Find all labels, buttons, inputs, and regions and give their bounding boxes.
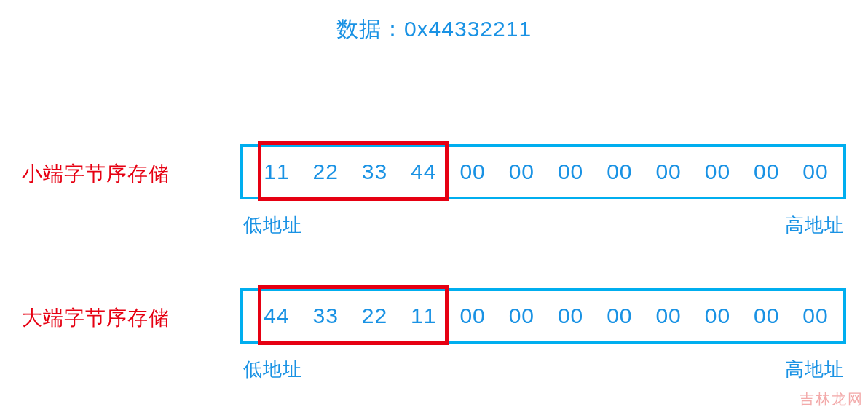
byte-cell: 33 [305, 304, 346, 328]
byte-cell: 11 [403, 304, 444, 328]
little-endian-memory-box: 11 22 33 44 00 00 00 00 00 00 00 00 [240, 144, 846, 199]
byte-cell: 33 [355, 159, 395, 184]
byte-cell: 00 [452, 304, 493, 328]
byte-cell: 00 [551, 159, 591, 184]
byte-cell: 00 [648, 159, 689, 184]
big-endian-high-address-label: 高地址 [785, 357, 844, 382]
byte-cell: 22 [305, 159, 346, 184]
byte-cell: 00 [648, 304, 689, 328]
byte-cell: 00 [599, 159, 640, 184]
watermark-text: 吉林龙网 [800, 389, 864, 409]
big-endian-low-address-label: 低地址 [243, 357, 302, 382]
byte-cell: 00 [795, 304, 836, 328]
byte-cell: 00 [551, 304, 591, 328]
little-endian-high-address-label: 高地址 [785, 213, 844, 238]
little-endian-label: 小端字节序存储 [22, 160, 170, 188]
byte-cell: 00 [452, 159, 493, 184]
byte-cell: 00 [746, 159, 787, 184]
byte-cell: 00 [746, 304, 787, 328]
data-title: 数据：0x44332211 [0, 15, 868, 44]
big-endian-bytes: 44 33 22 11 00 00 00 00 00 00 00 00 [256, 291, 836, 341]
byte-cell: 00 [599, 304, 640, 328]
little-endian-bytes: 11 22 33 44 00 00 00 00 00 00 00 00 [256, 147, 836, 197]
byte-cell: 00 [501, 159, 542, 184]
byte-cell: 22 [355, 304, 395, 328]
byte-cell: 00 [795, 159, 836, 184]
big-endian-memory-box: 44 33 22 11 00 00 00 00 00 00 00 00 [240, 288, 846, 344]
little-endian-low-address-label: 低地址 [243, 213, 302, 238]
byte-cell: 00 [697, 159, 738, 184]
big-endian-label: 大端字节序存储 [22, 304, 170, 332]
byte-cell: 00 [501, 304, 542, 328]
byte-cell: 00 [697, 304, 738, 328]
byte-cell: 44 [403, 159, 444, 184]
byte-cell: 44 [256, 304, 297, 328]
byte-cell: 11 [256, 159, 297, 184]
